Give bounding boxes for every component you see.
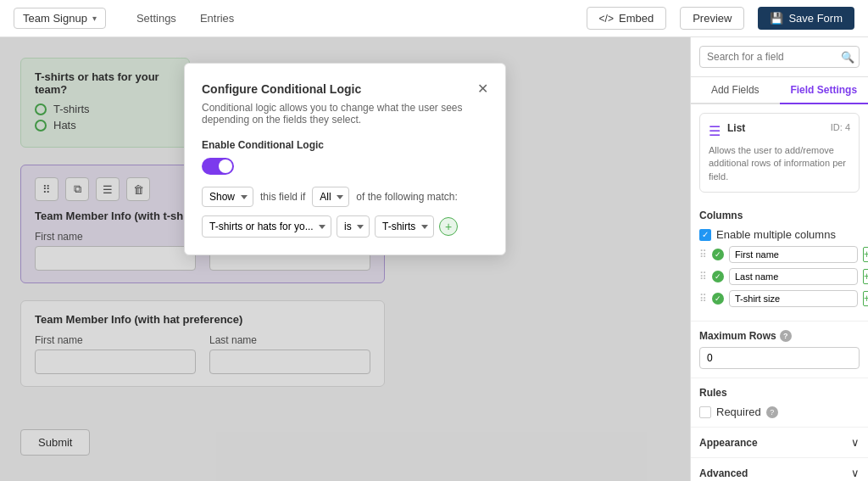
modal-title: Configure Conditional Logic — [202, 82, 361, 96]
enable-multiple-checkbox[interactable]: ✓ — [699, 229, 711, 241]
column-add-0[interactable]: + — [863, 247, 868, 262]
search-bar: 🔍 — [691, 37, 868, 77]
advanced-title: Advanced — [699, 467, 748, 479]
col-checkmark-0: ✓ — [715, 250, 721, 259]
save-icon: 💾 — [770, 12, 783, 25]
col-check-1: ✓ — [712, 271, 724, 282]
enable-label: Enable Conditional Logic — [202, 139, 488, 151]
col-checkmark-1: ✓ — [715, 272, 721, 281]
col-checkmark-2: ✓ — [715, 294, 721, 303]
columns-title: Columns — [699, 210, 860, 221]
required-checkbox[interactable] — [699, 406, 711, 418]
field-card: ☰ List ID: 4 Allows the user to add/remo… — [699, 113, 860, 193]
list-icon: ☰ — [709, 123, 721, 139]
right-panel: 🔍 Add Fields Field Settings ☰ List ID: 4… — [690, 37, 868, 481]
toggle-row — [202, 158, 488, 175]
column-row-1: ⠿ ✓ + − — [699, 268, 860, 285]
form-area: T-shirts or hats for your team? T-shirts… — [0, 37, 690, 481]
modal-description: Conditional logic allows you to change w… — [202, 102, 488, 126]
this-field-if-text: this field if — [260, 191, 305, 203]
column-add-1[interactable]: + — [863, 269, 868, 284]
modal-header: Configure Conditional Logic ✕ — [202, 81, 488, 97]
drag-handle-icon-1[interactable]: ⠿ — [699, 271, 707, 282]
all-select[interactable]: All — [312, 187, 349, 207]
column-input-0[interactable] — [729, 246, 858, 263]
embed-label: Embed — [619, 12, 654, 25]
form-selector-label: Team Signup — [23, 12, 87, 25]
conditional-logic-toggle[interactable] — [202, 158, 234, 175]
main-layout: T-shirts or hats for your team? T-shirts… — [0, 37, 868, 481]
top-nav: Team Signup ▾ Settings Entries </> Embed… — [0, 0, 868, 37]
advanced-section[interactable]: Advanced ∨ — [691, 458, 868, 481]
search-input-wrap: 🔍 — [699, 46, 860, 68]
required-row: Required ? — [699, 405, 860, 418]
field-card-id: ID: 4 — [831, 122, 850, 132]
save-button[interactable]: 💾 Save Form — [758, 7, 854, 30]
drag-handle-icon-2[interactable]: ⠿ — [699, 293, 707, 305]
panel-tabs: Add Fields Field Settings — [691, 77, 868, 104]
preview-button[interactable]: Preview — [680, 7, 744, 30]
advanced-chevron-icon: ∨ — [851, 467, 860, 479]
field-card-header: ☰ List ID: 4 — [709, 122, 850, 139]
field-card-title: List — [727, 122, 745, 134]
enable-multiple-columns-row: ✓ Enable multiple columns — [699, 228, 860, 241]
embed-button[interactable]: </> Embed — [587, 7, 667, 30]
filter-row: T-shirts or hats for yo... is T-shirts + — [202, 215, 488, 238]
filter-value-select[interactable]: T-shirts — [375, 215, 434, 238]
search-input[interactable] — [699, 46, 860, 68]
toggle-knob — [219, 159, 232, 173]
condition-row: Show this field if All of the following … — [202, 187, 488, 207]
column-input-2[interactable] — [729, 290, 858, 307]
required-help-icon[interactable]: ? — [766, 406, 778, 418]
column-row-0: ⠿ ✓ + − — [699, 246, 860, 263]
modal-close-button[interactable]: ✕ — [477, 81, 488, 97]
column-add-2[interactable]: + — [863, 291, 868, 306]
max-rows-label: Maximum Rows ? — [699, 330, 860, 342]
field-card-desc: Allows the user to add/remove additional… — [709, 144, 850, 183]
tab-add-fields[interactable]: Add Fields — [691, 77, 780, 103]
form-selector[interactable]: Team Signup ▾ — [14, 8, 106, 29]
modal-overlay: Configure Conditional Logic ✕ Conditiona… — [0, 37, 690, 481]
max-rows-text: Maximum Rows — [699, 330, 776, 342]
required-label: Required — [716, 405, 761, 418]
drag-handle-icon-0[interactable]: ⠿ — [699, 249, 707, 260]
search-icon: 🔍 — [841, 51, 854, 64]
rules-title: Rules — [699, 387, 860, 399]
appearance-section[interactable]: Appearance ∨ — [691, 428, 868, 458]
appearance-chevron-icon: ∨ — [851, 436, 860, 449]
chevron-down-icon: ▾ — [92, 14, 97, 23]
columns-section: Columns ✓ Enable multiple columns ⠿ ✓ + … — [691, 201, 868, 322]
col-check-2: ✓ — [712, 293, 724, 305]
save-label: Save Form — [788, 12, 843, 25]
embed-icon: </> — [599, 13, 614, 25]
nav-settings[interactable]: Settings — [126, 8, 186, 28]
max-rows-input[interactable] — [699, 347, 860, 369]
show-select[interactable]: Show — [202, 187, 253, 207]
nav-links: Settings Entries — [126, 8, 244, 28]
appearance-title: Appearance — [699, 437, 758, 449]
conditional-logic-modal: Configure Conditional Logic ✕ Conditiona… — [184, 63, 506, 255]
checkmark-icon: ✓ — [702, 230, 709, 239]
enable-multiple-label: Enable multiple columns — [716, 228, 836, 241]
column-input-1[interactable] — [729, 268, 858, 285]
help-icon[interactable]: ? — [780, 330, 792, 342]
nav-entries[interactable]: Entries — [190, 8, 244, 28]
filter-operator-select[interactable]: is — [337, 215, 370, 238]
rules-section: Rules Required ? — [691, 378, 868, 428]
col-check-0: ✓ — [712, 249, 724, 260]
max-rows-section: Maximum Rows ? — [691, 322, 868, 378]
of-following-text: of the following match: — [356, 191, 457, 203]
column-row-2: ⠿ ✓ + − — [699, 290, 860, 307]
filter-add-button[interactable]: + — [439, 217, 458, 236]
filter-field-select[interactable]: T-shirts or hats for yo... — [202, 215, 331, 238]
tab-field-settings[interactable]: Field Settings — [780, 77, 869, 104]
